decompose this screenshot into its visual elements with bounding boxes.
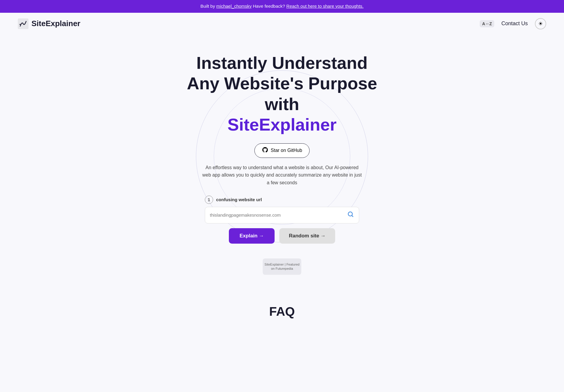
github-star-button[interactable]: Star on GitHub [254, 143, 310, 158]
faq-section: FAQ [0, 287, 564, 328]
featured-badge-image: SiteExplainer | Featured on Futurepedia [263, 258, 301, 275]
navbar: SiteExplainer A↔Z Contact Us ☀ [0, 13, 564, 35]
logo[interactable]: SiteExplainer [18, 18, 80, 29]
input-section: 1 confusing website url Explain → Random… [205, 196, 359, 244]
nav-right: A↔Z Contact Us ☀ [480, 18, 546, 29]
featured-badge-text: SiteExplainer | Featured on Futurepedia [264, 262, 300, 271]
button-row: Explain → Random site → [205, 228, 359, 244]
step-number: 1 [205, 196, 213, 204]
search-icon[interactable] [347, 211, 354, 220]
theme-toggle-button[interactable]: ☀ [535, 18, 546, 29]
top-banner: Built by michael_chomsky Have feedback? … [0, 0, 564, 13]
banner-feedback-link[interactable]: Reach out here to share your thoughts. [286, 4, 364, 9]
hero-title-brand: SiteExplainer [178, 114, 386, 135]
faq-title: FAQ [6, 304, 558, 319]
theme-icon: ☀ [538, 20, 543, 27]
hero-title: Instantly Understand Any Website's Purpo… [178, 53, 386, 135]
random-site-button[interactable]: Random site → [279, 228, 335, 244]
lang-label: A↔Z [482, 21, 492, 26]
featured-badge: SiteExplainer | Featured on Futurepedia [263, 258, 301, 275]
banner-author-link[interactable]: michael_chomsky [216, 4, 252, 9]
input-label-row: 1 confusing website url [205, 196, 359, 204]
logo-icon [18, 18, 28, 29]
language-switcher[interactable]: A↔Z [480, 20, 494, 27]
hero-title-line2: Website's Purpose with [224, 74, 377, 114]
banner-prefix: Built by [200, 4, 216, 9]
banner-middle: Have feedback? [252, 4, 286, 9]
github-button-label: Star on GitHub [271, 148, 302, 153]
contact-us-link[interactable]: Contact Us [501, 20, 528, 27]
github-icon [262, 147, 268, 155]
url-input[interactable] [210, 212, 347, 218]
main-content: Instantly Understand Any Website's Purpo… [0, 35, 564, 287]
url-input-wrapper [205, 207, 359, 223]
input-label: confusing website url [216, 197, 262, 202]
hero-description: An effortless way to understand what a w… [202, 164, 362, 187]
logo-text: SiteExplainer [31, 19, 80, 28]
explain-button[interactable]: Explain → [229, 228, 275, 244]
